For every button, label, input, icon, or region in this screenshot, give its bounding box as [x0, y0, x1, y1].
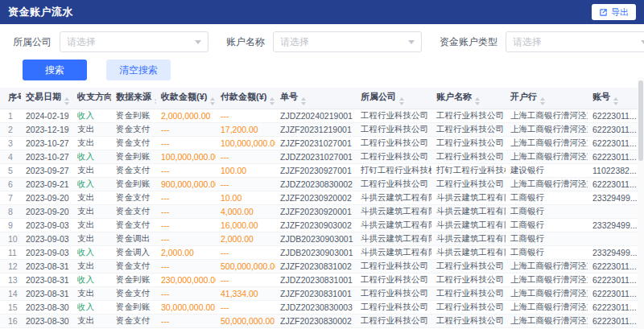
cell-direction: 支出 — [72, 314, 111, 327]
account-type-select[interactable]: 请选择 — [506, 31, 644, 52]
column-header-order_no[interactable]: 单号 — [275, 88, 356, 109]
sort-icon[interactable] — [210, 97, 215, 105]
company-select[interactable]: 请选择 — [60, 31, 208, 52]
cell-source: 资金到账 — [111, 300, 156, 314]
sort-icon[interactable] — [301, 97, 306, 105]
cell-payment: --- — [216, 273, 275, 286]
cell-seq: 2 — [0, 122, 21, 136]
cell-direction: 支出 — [72, 204, 111, 218]
cell-payment: 17,200.00 — [216, 122, 275, 136]
cell-receipt: --- — [156, 286, 216, 300]
filter-account-name: 账户名称 请选择 — [226, 31, 422, 52]
chevron-down-icon — [195, 40, 201, 44]
cell-company: 斗拱云建筑工程有限公司 — [356, 204, 431, 218]
cell-direction: 收入 — [72, 150, 111, 163]
column-header-account_name[interactable]: 账户名称 — [431, 88, 506, 109]
column-header-source[interactable]: 数据来源 — [111, 88, 156, 109]
cell-seq: 1 — [0, 109, 21, 122]
sort-icon[interactable] — [155, 97, 156, 105]
cell-account_no: 23329499... — [588, 191, 638, 204]
cell-bank: 上海工商银行漕河泾支行 — [506, 286, 588, 300]
cell-order_no: ZJZF20230830002 — [275, 314, 356, 327]
cell-account_no: 62223011... — [588, 150, 638, 163]
column-label: 单号 — [280, 92, 298, 101]
export-button[interactable]: 导出 — [592, 4, 636, 20]
account-name-select[interactable]: 请选择 — [273, 31, 422, 52]
cell-bank: 上海工商银行漕河泾支行 — [506, 177, 588, 191]
column-header-date[interactable]: 交易日期 — [21, 88, 72, 109]
cell-receipt: 100,000,000.00 — [156, 150, 216, 163]
cell-date: 2023-09-27 — [21, 163, 72, 177]
table-row: 152023-08-30收入资金到账30,000,000.00---ZJDZ20… — [0, 300, 638, 314]
cell-company: 工程行业科技公司 — [356, 259, 431, 273]
column-header-bank[interactable]: 开户行 — [506, 88, 588, 109]
vertical-scrollbar[interactable] — [638, 77, 644, 329]
account-name-filter-label: 账户名称 — [226, 35, 265, 49]
cell-date: 2023-08-31 — [21, 259, 72, 273]
cell-seq: 5 — [0, 163, 21, 177]
cell-source: 资金调出 — [111, 232, 156, 245]
cell-order_no: ZJDZ20231027001 — [275, 150, 356, 163]
cell-source: 资金到账 — [111, 150, 156, 163]
chevron-down-icon — [641, 40, 644, 44]
column-header-direction[interactable]: 收支方向 — [72, 88, 111, 109]
column-label: 序号 — [8, 93, 21, 102]
sort-icon[interactable] — [613, 97, 618, 105]
topbar: 资金账户流水 导出 — [0, 0, 644, 24]
cell-direction: 支出 — [72, 163, 111, 177]
cell-receipt: 900,000,000.00 — [156, 177, 216, 191]
cell-payment: --- — [216, 150, 275, 163]
cell-order_no: ZJDB20230903001 — [275, 245, 356, 259]
cell-account_name: 工程行业科技公司 — [431, 122, 506, 136]
cell-payment: 2,000.00 — [216, 232, 275, 245]
cell-date: 2023-09-03 — [21, 218, 72, 232]
search-button[interactable]: 搜索 — [23, 60, 87, 80]
table-row: 32023-10-27支出资金支付---100,000,000.00ZJZF20… — [0, 136, 638, 150]
sort-icon[interactable] — [399, 97, 404, 105]
clear-search-button[interactable]: 清空搜索 — [106, 60, 171, 80]
cell-payment: --- — [216, 109, 275, 122]
cell-bank: 上海工商银行漕河泾支行 — [506, 259, 588, 273]
table-row: 22023-12-19支出资金支付---17,200.00ZJZF2023121… — [0, 122, 638, 136]
cell-bank: 工商银行 — [506, 191, 588, 204]
column-header-account_no[interactable]: 账号 — [588, 88, 638, 109]
column-header-payment[interactable]: 付款金额(¥) — [216, 88, 275, 109]
cell-company: 工程行业科技公司 — [356, 136, 431, 150]
cell-receipt: 30,000,000.00 — [156, 300, 216, 314]
filter-company: 所属公司 请选择 — [13, 31, 208, 52]
sort-icon[interactable] — [540, 97, 545, 105]
sort-icon[interactable] — [64, 97, 69, 105]
cell-bank: 工商银行 — [506, 218, 588, 232]
sort-icon[interactable] — [475, 97, 480, 105]
cell-bank: 建设银行 — [506, 163, 588, 177]
cell-seq: 9 — [0, 218, 21, 232]
scrollbar-thumb[interactable] — [638, 80, 643, 161]
cell-account_name: 斗拱云建筑工程有限公司 — [431, 232, 506, 245]
cell-account_name: 工程行业科技公司 — [431, 259, 506, 273]
cell-order_no: ZJZF20230831001 — [275, 286, 356, 300]
cell-source: 资金支付 — [111, 204, 156, 218]
cell-date: 2023-09-21 — [21, 177, 72, 191]
cell-order_no: ZJZF20230920002 — [275, 191, 356, 204]
cell-receipt: --- — [156, 232, 216, 245]
cell-direction: 支出 — [72, 191, 111, 204]
cell-payment: --- — [216, 177, 275, 191]
cell-company: 工程行业科技公司 — [356, 314, 431, 327]
cell-direction: 支出 — [72, 259, 111, 273]
cell-company: 工程行业科技公司 — [356, 273, 431, 286]
flow-table: 序号交易日期收支方向数据来源收款金额(¥)付款金额(¥)单号所属公司账户名称开户… — [0, 88, 638, 329]
cell-date: 2023-09-03 — [21, 245, 72, 259]
cell-source: 资金到账 — [111, 109, 156, 122]
cell-date: 2023-10-27 — [21, 136, 72, 150]
cell-direction: 收入 — [72, 245, 111, 259]
account-type-filter-label: 资金账户类型 — [440, 35, 497, 49]
table-row: 12024-02-19收入资金到账2,000,000.00---ZJDZ2024… — [0, 109, 638, 122]
column-header-receipt[interactable]: 收款金额(¥) — [156, 88, 216, 109]
cell-bank: 工商银行 — [506, 245, 588, 259]
column-header-company[interactable]: 所属公司 — [356, 88, 431, 109]
sort-icon[interactable] — [270, 97, 275, 105]
column-label: 数据来源 — [116, 92, 151, 101]
company-filter-label: 所属公司 — [13, 35, 52, 49]
cell-order_no: ZJDB20230903001 — [275, 232, 356, 245]
cell-bank: 上海工商银行漕河泾支行 — [506, 136, 588, 150]
